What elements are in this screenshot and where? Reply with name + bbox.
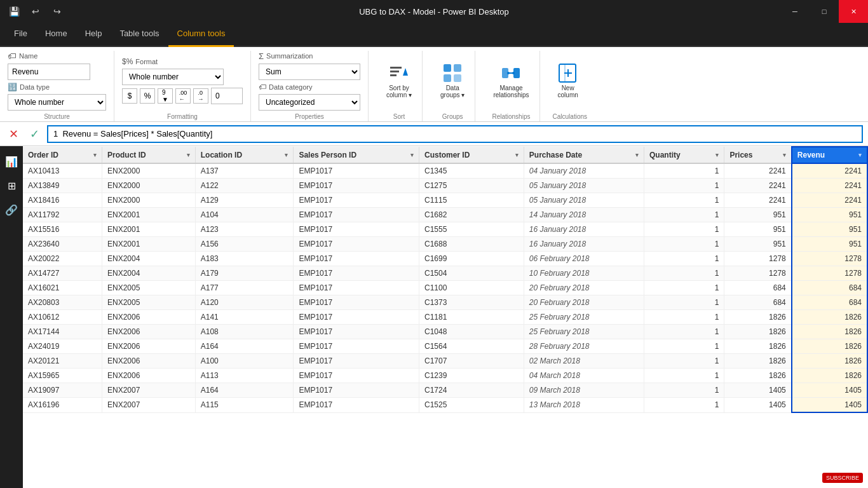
ribbon-properties-controls: Σ Summarization Sum Average Count Min Ma… bbox=[259, 51, 360, 111]
menu-table-tools[interactable]: Table tools bbox=[111, 22, 168, 46]
formula-cancel-button[interactable]: ✕ bbox=[5, 126, 22, 142]
cell-sales_person_id: EMP1017 bbox=[294, 383, 419, 398]
cell-customer_id: C1239 bbox=[419, 369, 524, 383]
col-header-purchase-date[interactable]: Purchase Date ▾ bbox=[524, 147, 644, 163]
formatting-section-label: Formatting bbox=[122, 111, 243, 121]
cell-revenu: 1405 bbox=[792, 398, 867, 413]
comma-button[interactable]: 9▼ bbox=[158, 88, 173, 104]
dollar-button[interactable]: $ bbox=[122, 88, 137, 104]
sort-by-column-button[interactable]: Sort bycolumn ▾ bbox=[381, 60, 417, 101]
table-row[interactable]: AX24019ENX2006A164EMP1017C156428 Februar… bbox=[23, 339, 867, 354]
summarization-select[interactable]: Sum Average Count Min Max None bbox=[259, 64, 360, 80]
cell-purchase_date: 14 January 2018 bbox=[524, 208, 644, 222]
cell-prices: 1405 bbox=[724, 398, 792, 413]
cell-location_id: A113 bbox=[195, 369, 294, 383]
menu-column-tools[interactable]: Column tools bbox=[168, 23, 234, 47]
col-header-quantity[interactable]: Quantity ▾ bbox=[644, 147, 724, 163]
svg-rect-4 bbox=[444, 64, 451, 72]
table-row[interactable]: AX17144ENX2006A108EMP1017C104825 Februar… bbox=[23, 325, 867, 339]
col-header-product-id[interactable]: Product ID ▾ bbox=[102, 147, 195, 163]
cell-revenu: 2241 bbox=[792, 193, 867, 208]
decimal-places-input[interactable] bbox=[211, 88, 243, 104]
new-column-button[interactable]: Newcolumn bbox=[553, 60, 583, 101]
relationships-icon bbox=[501, 63, 521, 83]
table-row[interactable]: AX19097ENX2007A164EMP1017C172409 March 2… bbox=[23, 383, 867, 398]
save-button[interactable]: 💾 bbox=[5, 3, 23, 20]
cell-product_id: ENX2004 bbox=[102, 252, 195, 266]
col-header-location-id[interactable]: Location ID ▾ bbox=[195, 147, 294, 163]
relationships-section-label: Relationships bbox=[488, 111, 534, 121]
table-row[interactable]: AX13849ENX2000A122EMP1017C127505 January… bbox=[23, 179, 867, 193]
svg-rect-2 bbox=[390, 74, 397, 76]
col-header-sales-person-id[interactable]: Sales Person ID ▾ bbox=[294, 147, 419, 163]
table-row[interactable]: AX10413ENX2000A137EMP1017C134504 January… bbox=[23, 163, 867, 179]
table-row[interactable]: AX20022ENX2004A183EMP1017C169906 Februar… bbox=[23, 252, 867, 266]
formula-input[interactable] bbox=[47, 125, 863, 143]
cell-purchase_date: 20 February 2018 bbox=[524, 295, 644, 310]
manage-relationships-button[interactable]: Managerelationships bbox=[488, 60, 534, 101]
minimize-button[interactable]: ─ bbox=[780, 0, 810, 23]
formula-confirm-button[interactable]: ✓ bbox=[26, 126, 43, 142]
redo-button[interactable]: ↪ bbox=[48, 3, 66, 20]
table-row[interactable]: AX18416ENX2000A129EMP1017C111505 January… bbox=[23, 193, 867, 208]
quick-access-toolbar: 💾 ↩ ↪ bbox=[5, 3, 66, 20]
data-groups-button[interactable]: Datagroups ▾ bbox=[435, 60, 470, 101]
new-column-icon bbox=[558, 63, 578, 83]
table-row[interactable]: AX16021ENX2005A177EMP1017C110020 Februar… bbox=[23, 281, 867, 295]
cell-customer_id: C1373 bbox=[419, 295, 524, 310]
cell-quantity: 1 bbox=[644, 163, 724, 179]
undo-button[interactable]: ↩ bbox=[27, 3, 44, 20]
table-row[interactable]: AX15965ENX2006A113EMP1017C123904 March 2… bbox=[23, 369, 867, 383]
col-header-customer-id[interactable]: Customer ID ▾ bbox=[419, 147, 524, 163]
sidebar-icon-relationships[interactable]: 🔗 bbox=[1, 200, 22, 220]
col-header-order-id[interactable]: Order ID ▾ bbox=[23, 147, 102, 163]
cell-sales_person_id: EMP1017 bbox=[294, 339, 419, 354]
sidebar-icon-chart[interactable]: 📊 bbox=[1, 151, 22, 172]
cell-customer_id: C1699 bbox=[419, 252, 524, 266]
datatype-select[interactable]: Whole number Decimal number Text Date bbox=[8, 94, 106, 111]
cell-quantity: 1 bbox=[644, 266, 724, 281]
cell-product_id: ENX2006 bbox=[102, 325, 195, 339]
ribbon: 🏷 Name 🔢 Data type Whole number Decimal … bbox=[0, 47, 868, 122]
subscribe-badge[interactable]: SUBSCRIBE bbox=[822, 473, 863, 483]
cell-quantity: 1 bbox=[644, 383, 724, 398]
table-row[interactable]: AX16196ENX2007A115EMP1017C152513 March 2… bbox=[23, 398, 867, 413]
maximize-button[interactable]: □ bbox=[810, 0, 839, 23]
table-row[interactable]: AX15516ENX2001A123EMP1017C155516 January… bbox=[23, 222, 867, 237]
cell-product_id: ENX2006 bbox=[102, 354, 195, 369]
table-row[interactable]: AX11792ENX2001A104EMP1017C168214 January… bbox=[23, 208, 867, 222]
dec-increase-button[interactable]: .00← bbox=[175, 88, 191, 104]
dec-decrease-button[interactable]: .0→ bbox=[193, 88, 208, 104]
cell-product_id: ENX2001 bbox=[102, 237, 195, 252]
name-input[interactable] bbox=[8, 64, 90, 80]
ribbon-name-group: 🏷 Name 🔢 Data type Whole number Decimal … bbox=[8, 51, 106, 111]
datacategory-select[interactable]: Uncategorized Address City Country bbox=[259, 94, 360, 111]
format-select[interactable]: Whole number Decimal number Currency Per… bbox=[122, 69, 224, 85]
cell-customer_id: C1345 bbox=[419, 163, 524, 179]
sidebar-icon-table[interactable]: ⊞ bbox=[1, 175, 22, 196]
col-header-prices[interactable]: Prices ▾ bbox=[724, 147, 792, 163]
table-row[interactable]: AX20803ENX2005A120EMP1017C137320 Februar… bbox=[23, 295, 867, 310]
table-row[interactable]: AX10612ENX2006A141EMP1017C118125 Februar… bbox=[23, 310, 867, 325]
table-row[interactable]: AX20121ENX2006A100EMP1017C170702 March 2… bbox=[23, 354, 867, 369]
cell-order_id: AX20803 bbox=[23, 295, 102, 310]
table-row[interactable]: AX23640ENX2001A156EMP1017C168816 January… bbox=[23, 237, 867, 252]
table-row[interactable]: AX14727ENX2004A179EMP1017C150410 Februar… bbox=[23, 266, 867, 281]
col-header-revenu[interactable]: Revenu ▾ bbox=[792, 147, 867, 163]
cell-prices: 2241 bbox=[724, 193, 792, 208]
ribbon-formatting-controls: $% Format Whole number Decimal number Cu… bbox=[122, 51, 243, 111]
menu-home[interactable]: Home bbox=[36, 22, 76, 46]
menu-help[interactable]: Help bbox=[76, 22, 111, 46]
cell-purchase_date: 20 February 2018 bbox=[524, 281, 644, 295]
cell-sales_person_id: EMP1017 bbox=[294, 310, 419, 325]
cell-prices: 1278 bbox=[724, 266, 792, 281]
close-button[interactable]: ✕ bbox=[839, 0, 868, 23]
datacategory-label: 🏷 Data category bbox=[259, 83, 360, 92]
cell-revenu: 684 bbox=[792, 281, 867, 295]
cell-customer_id: C1525 bbox=[419, 398, 524, 413]
cell-location_id: A141 bbox=[195, 310, 294, 325]
cell-prices: 1278 bbox=[724, 252, 792, 266]
cell-quantity: 1 bbox=[644, 193, 724, 208]
percent-button[interactable]: % bbox=[140, 88, 155, 104]
menu-file[interactable]: File bbox=[5, 22, 36, 46]
